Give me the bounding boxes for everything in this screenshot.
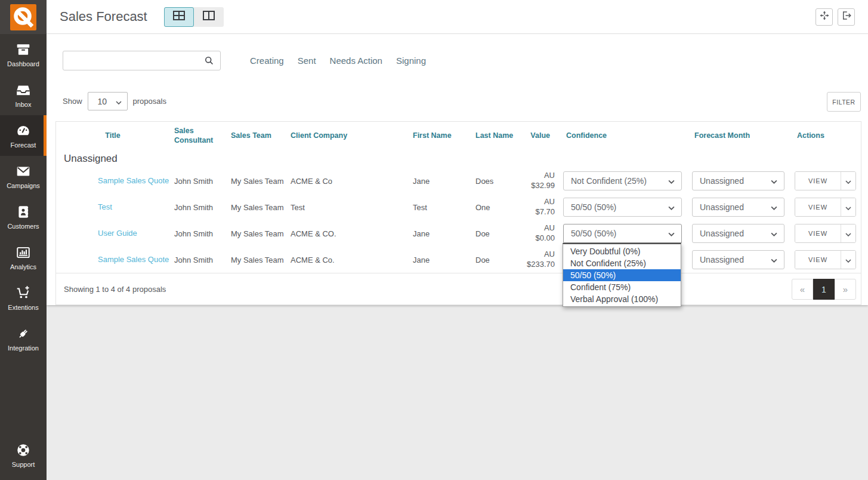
table-view-toggle[interactable] (164, 7, 194, 27)
cell-last-name: One (471, 203, 520, 212)
envelope-icon (16, 164, 31, 179)
cell-sales-team: My Sales Team (226, 256, 286, 264)
table-row: User Guide John Smith My Sales Team ACME… (56, 220, 861, 247)
cell-sales-team: My Sales Team (226, 229, 286, 238)
actions-menu-button[interactable] (841, 251, 855, 269)
column-header-last-name: Last Name (471, 131, 520, 141)
tab-creating[interactable]: Creating (250, 56, 284, 66)
tab-needs-action[interactable]: Needs Action (330, 56, 382, 66)
view-button[interactable]: VIEW (795, 172, 841, 190)
sidebar-item-customers[interactable]: Customers (0, 196, 47, 237)
actions-split-button: VIEW (795, 224, 856, 243)
cell-client-company: ACME & Co (286, 177, 408, 186)
sidebar-item-label: Analytics (10, 263, 36, 270)
chevron-down-icon (845, 229, 851, 238)
cell-first-name: Test (408, 203, 471, 212)
cell-sales-team: My Sales Team (226, 177, 286, 186)
filter-button[interactable]: FILTER (827, 92, 861, 112)
proposals-table: Title Sales Consultant Sales Team Client… (55, 121, 861, 305)
confidence-select[interactable]: 50/50 (50%) (563, 198, 682, 217)
sidebar-item-label: Extentions (8, 304, 38, 311)
sidebar-item-inbox[interactable]: Inbox (0, 75, 47, 115)
pagination: « 1 » (792, 279, 856, 300)
proposal-title-link[interactable]: User Guide (98, 229, 137, 238)
tab-sent[interactable]: Sent (298, 56, 316, 66)
sidebar-item-label: Integration (8, 344, 39, 352)
dropdown-option[interactable]: Confident (75%) (563, 281, 681, 293)
show-label: Show (63, 97, 82, 106)
chevron-down-icon (668, 202, 675, 212)
topbar: Sales Forecast (47, 0, 868, 34)
column-header-forecast-month: Forecast Month (687, 131, 789, 141)
column-view-toggle[interactable] (194, 7, 224, 27)
confidence-select[interactable]: Not Confident (25%) (563, 171, 682, 190)
actions-split-button: VIEW (795, 198, 856, 217)
sidebar-item-support[interactable]: Support (0, 435, 47, 475)
sidebar-item-campaigns[interactable]: Campaigns (0, 156, 47, 196)
move-button[interactable] (816, 8, 833, 26)
column-header-first-name: First Name (408, 131, 471, 141)
search-box (63, 51, 221, 70)
logout-button[interactable] (838, 8, 855, 26)
forecast-month-select[interactable]: Unassigned (692, 250, 784, 269)
chevron-down-icon (771, 176, 777, 186)
view-button[interactable]: VIEW (795, 251, 841, 269)
view-button[interactable]: VIEW (795, 198, 841, 216)
current-page-indicator[interactable]: 1 (813, 279, 835, 300)
page-size-select[interactable]: 10 (88, 92, 128, 110)
cell-first-name: Jane (408, 229, 471, 238)
confidence-dropdown-list: Very Doubtful (0%) Not Confident (25%) 5… (563, 243, 681, 307)
dropdown-option[interactable]: Very Doubtful (0%) (563, 245, 681, 257)
sidebar-item-analytics[interactable]: Analytics (0, 237, 47, 278)
confidence-select-open[interactable]: 50/50 (50%) (563, 224, 682, 243)
dropdown-option-selected[interactable]: 50/50 (50%) (563, 269, 681, 281)
tab-signing[interactable]: Signing (396, 56, 426, 66)
app-logo[interactable] (0, 0, 47, 34)
next-page-button[interactable]: » (835, 279, 856, 300)
sidebar-item-dashboard[interactable]: Dashboard (0, 34, 47, 75)
cell-first-name: Jane (408, 177, 471, 186)
proposal-title-link[interactable]: Sample Sales Quote (98, 255, 169, 264)
move-icon (819, 10, 830, 23)
chevron-down-icon (845, 203, 851, 212)
previous-page-button[interactable]: « (792, 279, 813, 300)
table-row: Sample Sales Quote John Smith My Sales T… (56, 168, 861, 194)
group-header: Unassigned (56, 150, 861, 168)
table-row: Test John Smith My Sales Team Test Test … (56, 194, 861, 220)
status-tabs: Creating Sent Needs Action Signing (250, 51, 426, 70)
forecast-month-select[interactable]: Unassigned (692, 224, 784, 243)
plug-icon (16, 326, 31, 341)
view-button[interactable]: VIEW (795, 224, 841, 242)
actions-menu-button[interactable] (841, 198, 855, 216)
cell-sales-consultant: John Smith (169, 203, 226, 212)
column-header-value: Value (520, 131, 558, 141)
table-row: Sample Sales Quote John Smith My Sales T… (56, 247, 861, 273)
search-input[interactable] (63, 51, 204, 70)
forecast-month-select[interactable]: Unassigned (692, 198, 784, 217)
sidebar-item-forecast[interactable]: Forecast (0, 115, 47, 156)
proposal-title-link[interactable]: Test (98, 202, 112, 211)
page-size-control: Show 10 proposals (63, 92, 166, 110)
cell-client-company: ACME & CO. (286, 229, 408, 238)
chevron-down-icon (668, 176, 675, 186)
cell-value: AU $7.70 (520, 197, 558, 217)
dropdown-option[interactable]: Verbal Approval (100%) (563, 293, 681, 305)
actions-menu-button[interactable] (841, 172, 855, 190)
actions-menu-button[interactable] (841, 224, 855, 242)
dropdown-option[interactable]: Not Confident (25%) (563, 257, 681, 269)
forecast-month-select[interactable]: Unassigned (692, 171, 784, 190)
table-header-row: Title Sales Consultant Sales Team Client… (56, 122, 861, 150)
cell-sales-team: My Sales Team (226, 203, 286, 212)
sidebar-item-label: Forecast (11, 141, 36, 149)
table-footer: Showing 1 to 4 of 4 proposals « 1 » (56, 273, 861, 305)
search-icon[interactable] (204, 56, 220, 66)
sidebar-item-integration[interactable]: Integration (0, 318, 47, 359)
chevron-down-icon (845, 177, 851, 186)
results-summary: Showing 1 to 4 of 4 proposals (64, 285, 166, 294)
proposal-title-link[interactable]: Sample Sales Quote (98, 176, 169, 185)
view-toggle-group (164, 7, 224, 27)
sidebar-item-extentions[interactable]: Extentions (0, 278, 47, 318)
actions-split-button: VIEW (795, 171, 856, 190)
chevron-down-icon (771, 229, 777, 238)
cell-value: AU $0.00 (520, 223, 558, 244)
